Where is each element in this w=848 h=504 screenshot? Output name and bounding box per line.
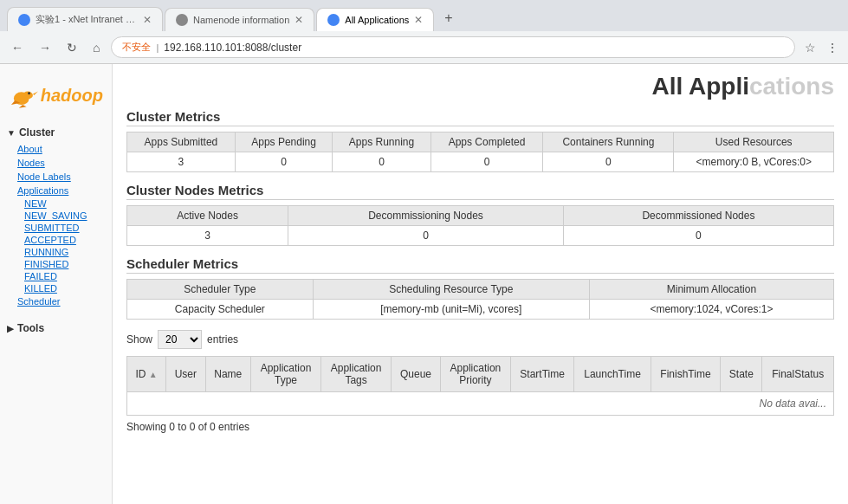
tab-label-2: Namenode information xyxy=(193,15,289,25)
apps-running-value: 0 xyxy=(333,152,430,172)
tab-bar: 实验1 - xNet Intranet Docum... ✕ Namenode … xyxy=(0,0,848,31)
back-button[interactable]: ← xyxy=(7,39,28,56)
sidebar-item-failed[interactable]: FAILED xyxy=(0,270,112,282)
cluster-arrow-icon: ▼ xyxy=(7,128,16,138)
sidebar-item-new[interactable]: NEW xyxy=(0,197,112,210)
col-finish-time: FinishTime xyxy=(651,357,721,392)
sidebar-item-submitted[interactable]: SUBMITTED xyxy=(0,222,112,234)
menu-button[interactable]: ⋮ xyxy=(824,38,841,57)
address-bar[interactable]: 不安全 | 192.168.110.101:8088/cluster xyxy=(111,36,795,58)
sidebar-item-node-labels[interactable]: Node Labels xyxy=(0,170,112,184)
address-text: 192.168.110.101:8088/cluster xyxy=(164,42,301,54)
col-id[interactable]: ID ▲ xyxy=(127,357,166,392)
tab-favicon-3 xyxy=(327,14,340,26)
used-resources-value: <memory:0 B, vCores:0> xyxy=(674,152,834,172)
scheduler-row: Capacity Scheduler [memory-mb (unit=Mi),… xyxy=(127,300,834,320)
col-active-nodes: Active Nodes xyxy=(127,206,288,226)
sidebar-item-finished[interactable]: FINISHED xyxy=(0,258,112,270)
home-button[interactable]: ⌂ xyxy=(88,39,104,56)
tab-1[interactable]: 实验1 - xNet Intranet Docum... ✕ xyxy=(7,7,163,31)
sort-arrow-id: ▲ xyxy=(149,370,158,379)
tab-3[interactable]: All Applications ✕ xyxy=(316,8,434,31)
hadoop-bird-icon xyxy=(9,78,41,113)
address-bar-row: ← → ↻ ⌂ 不安全 | 192.168.110.101:8088/clust… xyxy=(0,31,848,63)
no-data-cell: No data avai... xyxy=(127,392,834,416)
tab-close-3[interactable]: ✕ xyxy=(414,14,423,26)
security-warning: 不安全 xyxy=(122,41,151,54)
active-nodes-value: 3 xyxy=(127,226,288,246)
col-application-tags: ApplicationTags xyxy=(321,357,392,392)
col-queue: Queue xyxy=(392,357,441,392)
svg-marker-2 xyxy=(33,92,38,95)
col-name: Name xyxy=(205,357,250,392)
sidebar-item-nodes[interactable]: Nodes xyxy=(0,156,112,170)
col-decommissioned-nodes: Decommissioned Nodes xyxy=(563,206,833,226)
refresh-button[interactable]: ↻ xyxy=(62,39,81,56)
cluster-nodes-metrics-title: Cluster Nodes Metrics xyxy=(126,183,834,200)
col-containers-running: Containers Running xyxy=(543,132,674,152)
tab-label-1: 实验1 - xNet Intranet Docum... xyxy=(36,13,138,26)
containers-running-value: 0 xyxy=(543,152,674,172)
page-title: All Applications xyxy=(126,73,834,100)
address-separator: | xyxy=(156,42,159,53)
tools-section-label: Tools xyxy=(17,322,44,334)
sidebar-logo: hadoop xyxy=(0,71,112,123)
svg-marker-5 xyxy=(19,105,27,108)
col-final-status: FinalStatus xyxy=(762,357,834,392)
sidebar-item-scheduler[interactable]: Scheduler xyxy=(0,294,112,308)
sidebar-item-killed[interactable]: KILLED xyxy=(0,282,112,294)
col-apps-completed: Apps Completed xyxy=(430,132,543,152)
col-scheduling-resource-type: Scheduling Resource Type xyxy=(313,280,589,300)
col-decommissioning-nodes: Decommissioning Nodes xyxy=(288,206,564,226)
col-application-priority: ApplicationPriority xyxy=(440,357,510,392)
col-apps-submitted: Apps Submitted xyxy=(127,132,236,152)
cluster-metrics-title: Cluster Metrics xyxy=(126,109,834,126)
sidebar-item-accepted[interactable]: ACCEPTED xyxy=(0,234,112,246)
main-content: All Applications Cluster Metrics Apps Su… xyxy=(113,64,848,504)
sidebar-separator xyxy=(0,312,112,319)
tab-2[interactable]: Namenode information ✕ xyxy=(165,8,314,31)
decommissioned-nodes-value: 0 xyxy=(563,226,833,246)
tab-label-3: All Applications xyxy=(345,15,409,25)
new-tab-button[interactable]: + xyxy=(436,5,461,31)
entries-label: entries xyxy=(207,333,238,346)
forward-button[interactable]: → xyxy=(35,39,55,56)
tab-close-1[interactable]: ✕ xyxy=(143,14,152,26)
col-start-time: StartTime xyxy=(510,357,573,392)
cluster-section-header[interactable]: ▼ Cluster xyxy=(0,123,112,142)
scheduling-resource-type-value: [memory-mb (unit=Mi), vcores] xyxy=(313,300,589,320)
col-launch-time: LaunchTime xyxy=(574,357,651,392)
tools-arrow-icon: ▶ xyxy=(7,324,14,333)
entries-select[interactable]: 10 20 25 50 100 xyxy=(158,330,202,349)
tab-close-2[interactable]: ✕ xyxy=(295,14,303,26)
cluster-section-label: Cluster xyxy=(19,126,55,139)
scheduler-table: Scheduler Type Scheduling Resource Type … xyxy=(126,279,834,320)
show-label: Show xyxy=(126,333,152,346)
scheduler-type-value: Capacity Scheduler xyxy=(127,300,314,320)
sidebar: hadoop ▼ Cluster About Nodes Node Labels… xyxy=(0,64,113,504)
browser-actions: ☆ ⋮ xyxy=(802,38,841,57)
applications-table: ID ▲ User Name ApplicationType Applicati… xyxy=(126,356,834,416)
cluster-metrics-table: Apps Submitted Apps Pending Apps Running… xyxy=(126,132,834,172)
sidebar-item-running[interactable]: RUNNING xyxy=(0,246,112,258)
sidebar-item-applications[interactable]: Applications xyxy=(0,184,112,197)
col-application-type: ApplicationType xyxy=(251,357,321,392)
col-state: State xyxy=(721,357,762,392)
cluster-section: ▼ Cluster About Nodes Node Labels Applic… xyxy=(0,123,112,308)
no-data-row: No data avai... xyxy=(127,392,834,416)
col-user: User xyxy=(166,357,205,392)
hadoop-logo: hadoop xyxy=(9,78,103,113)
extensions-button[interactable]: ☆ xyxy=(802,38,819,57)
main-layout: hadoop ▼ Cluster About Nodes Node Labels… xyxy=(0,64,848,504)
show-entries-control: Show 10 20 25 50 100 entries xyxy=(126,330,834,349)
sidebar-item-new-saving[interactable]: NEW_SAVING xyxy=(0,210,112,222)
col-used-resources: Used Resources xyxy=(674,132,834,152)
tools-section-header[interactable]: ▶ Tools xyxy=(0,319,112,338)
col-apps-pending: Apps Pending xyxy=(235,132,333,152)
decommissioning-nodes-value: 0 xyxy=(288,226,564,246)
minimum-allocation-value: <memory:1024, vCores:1> xyxy=(589,300,833,320)
sidebar-item-about[interactable]: About xyxy=(0,142,112,156)
col-scheduler-type: Scheduler Type xyxy=(127,280,314,300)
apps-submitted-value: 3 xyxy=(127,152,236,172)
cluster-metrics-row: 3 0 0 0 0 <memory:0 B, vCores:0> xyxy=(127,152,834,172)
